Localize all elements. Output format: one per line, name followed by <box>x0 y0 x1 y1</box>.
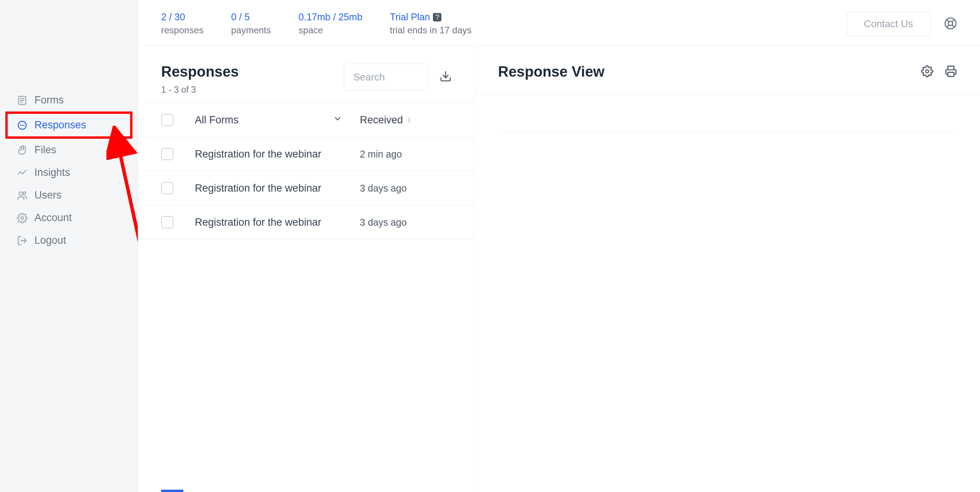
sidebar-item-label: Account <box>34 212 72 224</box>
chart-line-icon <box>17 167 28 178</box>
stat-payments[interactable]: 0 / 5 payments <box>231 11 271 36</box>
row-form-name: Registration for the webinar <box>195 216 360 228</box>
settings-icon[interactable] <box>921 65 933 79</box>
svg-point-7 <box>24 125 24 125</box>
lifebuoy-icon[interactable] <box>944 17 957 31</box>
received-column-sort[interactable]: Received ▲▼ <box>360 114 452 126</box>
responses-panel-header: Responses 1 - 3 of 3 <box>138 46 475 103</box>
stat-label: responses <box>161 25 204 36</box>
sidebar-item-label: Files <box>34 144 56 156</box>
sidebar-item-insights[interactable]: Insights <box>0 161 138 184</box>
sidebar-item-files[interactable]: Files <box>0 139 138 161</box>
responses-panel: Responses 1 - 3 of 3 All Forms <box>138 46 475 492</box>
row-received-time: 3 days ago <box>360 183 452 194</box>
row-form-name: Registration for the webinar <box>195 182 360 194</box>
svg-line-15 <box>947 19 949 21</box>
stat-value: 2 / 30 <box>161 11 204 23</box>
responses-title: Responses <box>161 64 239 80</box>
received-column-label: Received <box>360 114 403 126</box>
stat-value: Trial Plan <box>390 11 430 23</box>
svg-point-8 <box>19 192 23 195</box>
stat-label: space <box>299 25 363 36</box>
stat-space[interactable]: 0.17mb / 25mb space <box>299 11 363 36</box>
row-received-time: 3 days ago <box>360 217 452 228</box>
svg-line-16 <box>952 25 954 27</box>
topbar: 2 / 30 responses 0 / 5 payments 0.17mb /… <box>138 0 980 46</box>
chevron-down-icon <box>333 114 342 126</box>
stat-plan[interactable]: Trial Plan ? trial ends in 17 days <box>390 11 472 36</box>
select-all-checkbox[interactable] <box>161 114 173 126</box>
svg-point-20 <box>926 70 929 73</box>
sidebar-item-users[interactable]: Users <box>0 184 138 207</box>
logout-icon <box>17 235 28 246</box>
svg-point-5 <box>20 125 21 125</box>
table-header-row: All Forms Received ▲▼ <box>138 103 475 137</box>
sidebar: Forms Responses Files Insights <box>0 0 138 492</box>
progress-indicator <box>161 490 183 492</box>
row-checkbox[interactable] <box>161 216 173 228</box>
sidebar-item-logout[interactable]: Logout <box>0 229 138 252</box>
sort-icon: ▲▼ <box>407 117 412 123</box>
row-received-time: 2 min ago <box>360 149 452 160</box>
forms-filter-dropdown[interactable]: All Forms <box>195 114 360 126</box>
chat-bubble-icon <box>17 120 28 131</box>
usage-stats: 2 / 30 responses 0 / 5 payments 0.17mb /… <box>161 11 472 36</box>
content: Responses 1 - 3 of 3 All Forms <box>138 46 980 492</box>
response-view-header: Response View <box>475 46 980 95</box>
row-checkbox[interactable] <box>161 148 173 160</box>
stat-value: 0.17mb / 25mb <box>299 11 363 23</box>
sidebar-item-label: Forms <box>34 94 64 106</box>
row-checkbox[interactable] <box>161 182 173 194</box>
response-view-divider <box>498 132 957 132</box>
svg-rect-21 <box>948 72 954 76</box>
sidebar-item-account[interactable]: Account <box>0 207 138 229</box>
stat-label: payments <box>231 25 271 36</box>
hand-icon <box>17 145 28 156</box>
help-badge-icon[interactable]: ? <box>433 13 441 21</box>
contact-us-button[interactable]: Contact Us <box>846 11 930 36</box>
document-icon <box>17 95 28 106</box>
svg-line-17 <box>952 19 954 21</box>
stat-label: trial ends in 17 days <box>390 25 472 36</box>
stat-value: 0 / 5 <box>231 11 271 23</box>
svg-point-6 <box>22 125 22 125</box>
sidebar-item-forms[interactable]: Forms <box>0 89 138 112</box>
sidebar-item-responses[interactable]: Responses <box>8 114 130 136</box>
svg-point-10 <box>21 216 24 219</box>
app-root: Forms Responses Files Insights <box>0 0 980 492</box>
forms-filter-label: All Forms <box>195 114 238 126</box>
print-icon[interactable] <box>945 65 957 79</box>
svg-point-9 <box>23 192 26 194</box>
users-icon <box>17 190 28 201</box>
main: 2 / 30 responses 0 / 5 payments 0.17mb /… <box>138 0 980 492</box>
search-input[interactable] <box>344 64 428 90</box>
svg-line-18 <box>947 25 949 27</box>
gear-icon <box>17 213 28 223</box>
sidebar-item-label: Users <box>34 189 62 201</box>
row-form-name: Registration for the webinar <box>195 148 360 160</box>
sidebar-item-label: Responses <box>34 119 86 131</box>
sidebar-item-label: Logout <box>34 235 66 246</box>
response-view-title: Response View <box>498 64 604 80</box>
stat-responses[interactable]: 2 / 30 responses <box>161 11 204 36</box>
download-icon[interactable] <box>439 70 452 84</box>
responses-count: 1 - 3 of 3 <box>161 85 239 95</box>
annotation-highlight-box: Responses <box>5 112 132 139</box>
response-view-panel: Response View <box>475 46 980 492</box>
table-row[interactable]: Registration for the webinar 3 days ago <box>138 205 475 239</box>
table-row[interactable]: Registration for the webinar 3 days ago <box>138 171 475 205</box>
table-row[interactable]: Registration for the webinar 2 min ago <box>138 137 475 171</box>
sidebar-item-label: Insights <box>34 167 70 179</box>
